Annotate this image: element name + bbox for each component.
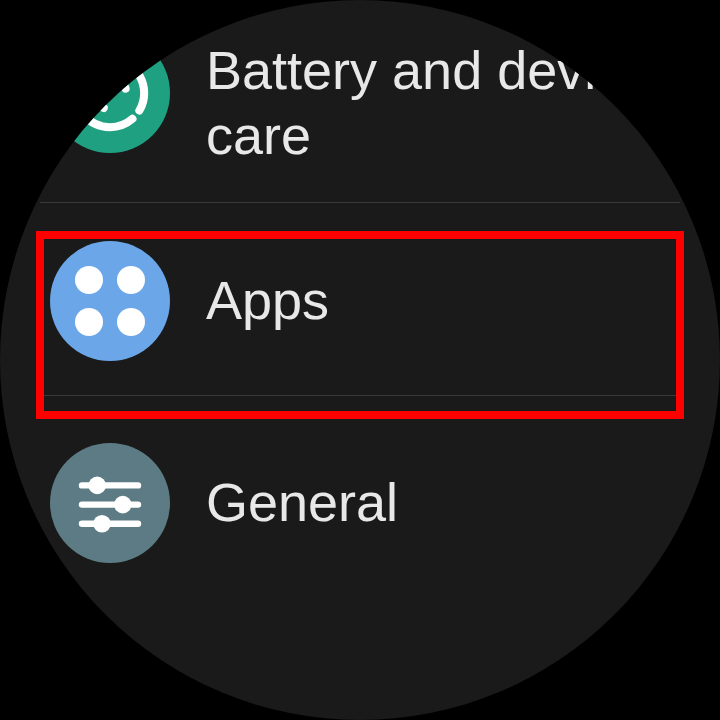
svg-point-6	[114, 495, 132, 513]
svg-point-8	[93, 515, 111, 533]
apps-icon	[50, 241, 170, 361]
settings-list[interactable]: Battery and device care Apps	[0, 0, 720, 720]
svg-marker-2	[108, 79, 115, 86]
svg-point-0	[76, 59, 144, 127]
watch-face: Battery and device care Apps	[0, 0, 720, 720]
list-divider	[40, 202, 680, 203]
svg-point-4	[88, 476, 106, 494]
battery-care-icon	[50, 33, 170, 153]
settings-item-battery-care[interactable]: Battery and device care	[0, 0, 720, 194]
settings-item-label: Battery and device care	[206, 38, 670, 168]
settings-item-apps[interactable]: Apps	[0, 215, 720, 387]
settings-item-label: General	[206, 470, 398, 535]
svg-point-1	[88, 71, 132, 115]
settings-item-general[interactable]: General	[0, 408, 720, 588]
settings-item-label: Apps	[206, 268, 329, 333]
sliders-icon	[50, 443, 170, 563]
list-divider	[40, 395, 680, 396]
